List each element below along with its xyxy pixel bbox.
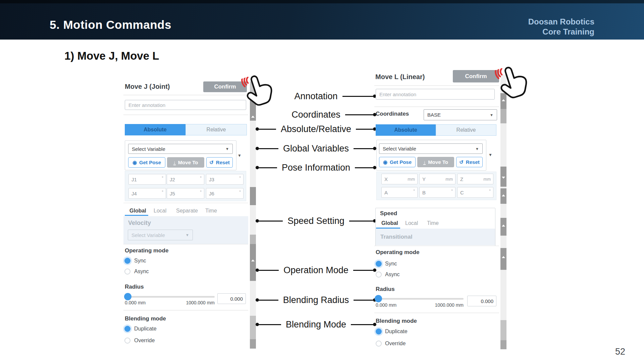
tab-absolute[interactable]: Absolute — [376, 124, 436, 136]
pose-label: Z — [460, 176, 463, 182]
radius-title: Radius — [125, 284, 144, 290]
speed-tab-global[interactable]: Global — [129, 208, 146, 214]
speed-tab-time[interactable]: Time — [427, 220, 439, 226]
speed-tab-separate[interactable]: Separate — [176, 208, 198, 214]
radius-slider-handle[interactable] — [375, 295, 382, 302]
sync-radio[interactable] — [124, 258, 130, 264]
scrollbar-thumb[interactable] — [500, 218, 506, 236]
scrollbar-track[interactable] — [500, 123, 506, 167]
get-pose-button[interactable]: ◉ Get Pose — [128, 157, 165, 168]
joint-field-j5[interactable]: J5 ° — [167, 188, 204, 199]
pose-field-x[interactable]: X mm — [381, 174, 418, 184]
joint-field-j3[interactable]: J3 ° — [206, 174, 244, 185]
move-to-button[interactable]: ↓ Move To — [167, 157, 204, 168]
joint-field-j6[interactable]: J6 ° — [206, 188, 244, 199]
scrollbar-track[interactable] — [250, 281, 256, 316]
variable-select[interactable]: Select Variable ▼ — [128, 144, 233, 154]
callout-pose-information: Pose Information — [256, 162, 376, 173]
override-radio[interactable] — [376, 341, 382, 347]
pose-label: B — [422, 190, 426, 195]
reset-button[interactable]: ↺ Reset — [206, 157, 233, 168]
pose-field-b[interactable]: B ° — [419, 187, 455, 198]
variable-groupbox: Select Variable ▼ ◉ Get Pose ↓ Move To ↺… — [125, 140, 236, 170]
duplicate-label: Duplicate — [385, 328, 408, 335]
section-subtitle: 1) Move J, Move L — [64, 50, 159, 62]
pose-field-y[interactable]: Y mm — [419, 174, 455, 184]
radius-slider-track[interactable] — [125, 296, 215, 298]
joint-field-j4[interactable]: J4 ° — [128, 188, 166, 199]
pose-unit: ° — [451, 189, 453, 193]
pose-field-z[interactable]: Z mm — [457, 174, 493, 184]
velocity-section: Velocity Select Variable ▼ — [123, 216, 248, 244]
velocity-select[interactable]: Select Variable ▼ — [128, 230, 193, 240]
speed-tab-local[interactable]: Local — [154, 208, 166, 214]
callout-label: Coordinates — [287, 110, 345, 120]
annotation-input[interactable] — [125, 100, 246, 110]
joint-field-j1[interactable]: J1 ° — [128, 174, 166, 185]
radius-title: Radius — [376, 286, 395, 293]
pose-field-c[interactable]: C ° — [457, 187, 493, 198]
scrollbar-track[interactable] — [500, 270, 506, 320]
scrollbar-thumb[interactable] — [250, 316, 256, 339]
joint-field-j2[interactable]: J2 ° — [167, 174, 204, 185]
radius-slider-track[interactable] — [376, 298, 464, 300]
divider — [123, 95, 248, 95]
transitional-label: Transitional — [380, 234, 412, 240]
duplicate-radio[interactable] — [124, 326, 130, 332]
duplicate-radio[interactable] — [376, 328, 382, 335]
get-pose-button[interactable]: ◉ Get Pose — [379, 157, 416, 167]
connector-dot — [256, 127, 259, 131]
scrollbar-track[interactable] — [250, 205, 256, 235]
speed-tab-local[interactable]: Local — [405, 220, 418, 226]
pose-field-a[interactable]: A ° — [381, 187, 418, 198]
blending-mode-title: Blending mode — [376, 318, 417, 324]
radius-slider-handle[interactable] — [124, 293, 131, 300]
tab-relative[interactable]: Relative — [185, 124, 247, 135]
connector-line — [353, 270, 373, 271]
coordinates-select[interactable]: BASE ▼ — [424, 109, 497, 120]
scrollbar-thumb[interactable] — [500, 167, 506, 187]
async-radio[interactable] — [376, 272, 382, 278]
sync-radio[interactable] — [376, 261, 382, 267]
scrollbar-thumb[interactable] — [500, 248, 506, 270]
async-radio[interactable] — [124, 268, 130, 275]
pose-unit: ° — [489, 189, 491, 193]
callout-label: Operation Mode — [279, 265, 353, 276]
tab-absolute[interactable]: Absolute — [125, 124, 185, 135]
callout-operation-mode: Operation Mode — [256, 264, 376, 276]
collapse-caret-icon[interactable]: ▼ — [488, 153, 492, 157]
variable-groupbox: Select Variable ▼ ◉ Get Pose ↓ Move To ↺… — [376, 140, 486, 171]
scrollbar-thumb[interactable] — [500, 188, 506, 204]
move-to-button[interactable]: ↓ Move To — [417, 157, 454, 167]
brand-line2: Core Training — [528, 27, 594, 37]
radius-value-input[interactable]: 0.000 — [467, 296, 496, 306]
annotation-input[interactable] — [376, 89, 495, 100]
scrollbar-track[interactable] — [500, 236, 506, 248]
variable-select[interactable]: Select Variable ▼ — [379, 143, 483, 154]
speed-tab-global[interactable]: Global — [381, 220, 398, 226]
scrollbar-thumb[interactable] — [500, 340, 506, 349]
move-to-label: Move To — [178, 160, 198, 165]
scrollbar-track[interactable] — [500, 204, 506, 218]
scrollbar-thumb[interactable] — [250, 187, 256, 205]
scroll-up-icon — [502, 225, 505, 227]
scrollbar-thumb[interactable] — [500, 109, 506, 123]
joint-fields-box: J1 ° J2 ° J3 ° J4 ° J5 ° J6 ° — [125, 171, 246, 201]
scrollbar-move-j[interactable] — [250, 81, 256, 349]
speed-tab-time[interactable]: Time — [205, 208, 217, 214]
override-radio[interactable] — [124, 338, 130, 344]
scrollbar-move-l[interactable] — [500, 74, 506, 349]
collapse-caret-icon[interactable]: ▼ — [237, 153, 241, 158]
scrollbar-thumb[interactable] — [250, 244, 256, 281]
scrollbar-thumb[interactable] — [250, 235, 256, 244]
connector-line — [259, 221, 283, 222]
scrollbar-thumb[interactable] — [250, 339, 256, 349]
reset-button[interactable]: ↺ Reset — [456, 157, 483, 167]
tab-relative[interactable]: Relative — [436, 124, 496, 136]
radius-value-input[interactable]: 0.000 — [217, 293, 246, 304]
speed-box: Speed Global Local Time Transitional — [375, 208, 495, 246]
scrollbar-track[interactable] — [250, 121, 256, 187]
scrollbar-thumb[interactable] — [500, 320, 506, 340]
pose-unit: mm — [445, 177, 453, 182]
divider — [123, 203, 248, 203]
